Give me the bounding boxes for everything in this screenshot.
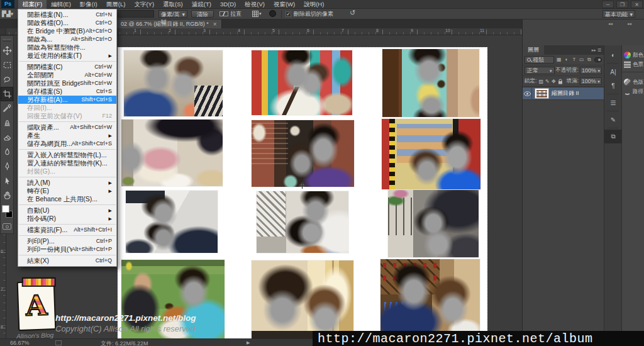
menubar-item-7[interactable]: 濾鏡(T) — [187, 0, 216, 9]
file-menu-item[interactable]: 關閉檔案(C)Ctrl+W — [18, 63, 116, 71]
file-menu-item[interactable]: 列印(P)...Ctrl+P — [18, 237, 116, 245]
reset-icon[interactable]: ↺ — [350, 9, 355, 16]
file-menu-item[interactable]: 儲存為網頁用...Alt+Shift+Ctrl+S — [18, 140, 116, 148]
lock-icon[interactable] — [558, 79, 563, 84]
filter-icon-1[interactable]: ▦ — [555, 57, 563, 63]
clone-stamp-tool-icon[interactable] — [1, 116, 13, 130]
file-menu-item[interactable]: 儲存檔案(S)Ctrl+S — [18, 87, 116, 96]
quick-mask-button[interactable] — [3, 223, 11, 230]
brush-panel-icon[interactable]: ✎ — [604, 113, 622, 126]
file-menu-item[interactable]: 最近使用的檔案(T)▶ — [18, 52, 116, 60]
straighten-button[interactable]: 拉直 — [219, 10, 242, 18]
file-menu-item[interactable]: 置入嵌入的智慧型物件(L)... — [18, 151, 116, 159]
filter-type-dropdown[interactable]: 種類 — [525, 56, 554, 64]
blend-mode-dropdown[interactable]: 正常 ▾ — [525, 67, 555, 74]
delete-cropped-pixels-checkbox[interactable]: ✓ 刪除裁切的像素 — [286, 10, 333, 18]
hand-tool-icon[interactable] — [1, 188, 13, 203]
file-menu-item[interactable]: 自動(U)▶ — [18, 206, 116, 215]
filter-icon-3[interactable]: T — [570, 57, 578, 63]
layer-thumbnail[interactable] — [535, 88, 549, 99]
adjustments-panel-icon[interactable]: ◐ — [604, 48, 622, 62]
close-icon[interactable]: × — [213, 21, 217, 28]
path-select-tool-icon[interactable] — [1, 174, 13, 188]
file-menu-item[interactable]: 開啟為智慧型物件... — [18, 43, 116, 52]
eyedropper-tool-icon[interactable] — [1, 101, 13, 116]
minimize-button[interactable]: ─ — [602, 1, 614, 8]
color-swatches[interactable] — [1, 204, 14, 221]
unit-dropdown[interactable]: 像素/英吋 ▾ — [158, 10, 187, 18]
filter-icon-5[interactable]: ⧉ — [586, 57, 593, 63]
menubar-item-6[interactable]: 選取(S) — [158, 0, 187, 9]
close-button[interactable]: ✕ — [631, 1, 643, 8]
clear-button[interactable]: 清除 — [191, 10, 214, 18]
zoom-level[interactable]: 66.67% — [10, 340, 30, 346]
menubar-item-2[interactable]: 編輯(E) — [47, 0, 75, 9]
layer-row-selected[interactable]: 縮圖目錄 II — [523, 87, 604, 100]
lock-option-icon-1[interactable]: ▨ — [538, 79, 544, 84]
layers-panel-icon[interactable]: ⧉ — [604, 130, 622, 143]
file-menu-item[interactable]: 檔案資訊(F)...Alt+Shift+Ctrl+I — [18, 226, 116, 234]
pen-tool-icon[interactable] — [1, 159, 13, 174]
file-menu-item[interactable]: 擷取資產...Alt+Shift+Ctrl+W — [18, 123, 116, 131]
file-menu-item[interactable]: 讀入(M)▶ — [18, 179, 116, 187]
menubar-item-3[interactable]: 影像(I) — [75, 0, 102, 9]
file-menu-item[interactable]: 封裝(G)... — [18, 167, 116, 176]
menubar-item-11[interactable]: 說明(H) — [299, 0, 328, 9]
panel-label-swatches[interactable]: 色票 — [622, 60, 644, 69]
opacity-value[interactable]: 100% ▾ — [580, 67, 602, 74]
file-menu-item[interactable]: 結束(X)Ctrl+Q — [18, 257, 116, 265]
file-menu-item[interactable]: 指令碼(R)▶ — [18, 215, 116, 223]
file-menu-item[interactable]: 全部關閉Alt+Ctrl+W — [18, 71, 116, 79]
file-menu-item[interactable]: 回復至前次儲存(V)F12 — [18, 112, 116, 120]
paragraph-panel-icon[interactable]: ¶ — [604, 79, 622, 92]
foreground-color-swatch[interactable] — [2, 205, 9, 213]
character-panel-icon[interactable]: A| — [604, 65, 622, 79]
file-menu-item[interactable]: 置入連結的智慧型物件(K)... — [18, 159, 116, 167]
file-menu-item[interactable]: 開新檔案(N)...Ctrl+N — [18, 11, 116, 19]
eraser-tool-icon[interactable] — [1, 130, 13, 145]
menubar-item-4[interactable]: 圖層(L) — [102, 0, 130, 9]
file-menu-item[interactable]: 存回(I)... — [18, 104, 116, 112]
marquee-tool-icon[interactable] — [1, 58, 13, 72]
menubar-item-8[interactable]: 3D(D) — [216, 0, 240, 9]
lasso-tool-icon[interactable] — [1, 72, 13, 87]
menubar-item-10[interactable]: 視窗(W) — [269, 0, 299, 9]
workspace-switcher[interactable]: 基本功能 ▾ — [602, 10, 635, 18]
panel-label-color[interactable]: 顏色 — [622, 50, 644, 60]
canvas[interactable] — [118, 47, 487, 343]
file-menu-item[interactable]: 產生▶ — [18, 131, 116, 140]
fill-value[interactable]: 100% ▾ — [580, 77, 602, 85]
blur-tool-icon[interactable] — [1, 145, 13, 159]
crop-settings-button[interactable] — [269, 10, 276, 17]
overlay-options-button[interactable]: ▾ — [252, 10, 263, 18]
file-menu-item[interactable]: 在 Bridge 中瀏覽(B)...Alt+Ctrl+O — [18, 27, 116, 35]
move-tool-icon[interactable] — [1, 43, 13, 58]
properties-panel-icon[interactable]: ☰ — [604, 96, 622, 109]
lock-option-icon-3[interactable]: ✥ — [550, 79, 557, 84]
menubar-item-1[interactable]: 檔案(F) — [18, 0, 47, 9]
filter-icon-4[interactable]: ▭ — [578, 57, 586, 63]
menubar-item-5[interactable]: 文字(Y) — [130, 0, 158, 9]
crop-size-input[interactable] — [118, 10, 154, 18]
filter-icon-2[interactable]: ◐ — [563, 57, 570, 63]
panel-label-paths[interactable]: 路徑 — [622, 87, 644, 96]
crop-tool-icon[interactable] — [1, 87, 13, 101]
visibility-eye-icon[interactable] — [523, 87, 532, 100]
file-menu-item[interactable]: 開啟為...Alt+Shift+Ctrl+O — [18, 35, 116, 43]
status-arrow-icon[interactable]: ▶ — [247, 340, 250, 345]
document-tab[interactable]: 02 @ 66.7% (縮圖目錄 II, RGB/8) * × — [116, 20, 222, 28]
filter-toggle[interactable] — [594, 57, 602, 62]
panel-label-channels[interactable]: 色版 — [622, 77, 644, 87]
file-menu-item[interactable]: 在 Behance 上共用(S)... — [18, 195, 116, 203]
restore-button[interactable]: ❐ — [616, 1, 628, 8]
menubar-item-9[interactable]: 檢視(V) — [240, 0, 269, 9]
collapse-arrows-icon[interactable]: ◂◂ — [608, 21, 613, 26]
collapse-arrows-icon[interactable]: ◂◂ — [627, 21, 631, 26]
file-menu-item[interactable]: 開啟舊檔(O)...Ctrl+O — [18, 19, 116, 27]
file-menu-item[interactable]: 關閉並跳至 Bridge...Shift+Ctrl+W — [18, 79, 116, 87]
panel-menu-icon[interactable]: ▸▸ ☰ — [592, 48, 604, 53]
crop-tool-preset-icon[interactable]: ▛▟▾ — [2, 10, 16, 18]
file-menu-item[interactable]: 列印一份拷貝(Y)Alt+Shift+Ctrl+P — [18, 245, 116, 254]
document-sizes[interactable]: 文件: 6.22M/6.22M — [101, 340, 148, 346]
lock-option-icon-2[interactable]: ✎ — [544, 79, 550, 84]
